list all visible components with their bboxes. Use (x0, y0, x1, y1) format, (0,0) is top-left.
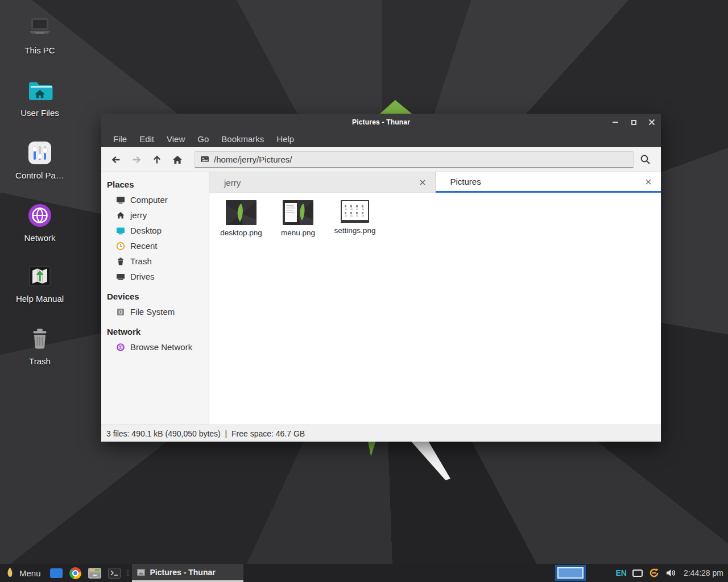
close-icon (420, 180, 425, 185)
desktop-icon-label: Network (6, 233, 74, 243)
menu-bookmarks[interactable]: Bookmarks (215, 131, 270, 147)
close-icon (646, 179, 651, 185)
close-button[interactable] (643, 114, 661, 131)
status-bar: 3 files: 490.1 kB (490,050 bytes) | Free… (101, 425, 661, 442)
sidebar-item-label: Computer (130, 195, 168, 205)
desktop-icon-label: Control Pa… (6, 171, 74, 180)
maximize-button[interactable] (624, 114, 643, 131)
menu-view[interactable]: View (160, 131, 191, 147)
desktop-icon-trash[interactable]: Trash (6, 325, 74, 366)
keyboard-layout-indicator[interactable]: EN (615, 568, 626, 577)
sidebar-header-places: Places (101, 172, 209, 192)
forward-button[interactable] (126, 151, 147, 169)
hard-disk-icon (116, 307, 125, 317)
desktop-icon-label: User Files (6, 108, 74, 118)
file-name: settings.png (326, 226, 383, 235)
desktop-icon-this-pc[interactable]: This PC (6, 14, 74, 55)
file-menu-png[interactable]: menu.png (270, 199, 326, 237)
up-arrow-icon (151, 154, 163, 165)
menu-help[interactable]: Help (270, 131, 300, 147)
workspace-switcher[interactable] (555, 565, 586, 581)
forward-arrow-icon (131, 154, 142, 165)
image-location-icon (200, 155, 209, 164)
sidebar-item-recent[interactable]: Recent (101, 238, 209, 253)
tab-label: jerry (224, 178, 241, 188)
taskbar: Menu Pictures - Thunar EN (0, 564, 728, 582)
show-desktop-launcher[interactable] (47, 564, 66, 582)
menu-file[interactable]: File (107, 131, 133, 147)
distro-logo-icon (5, 567, 15, 579)
tab-jerry[interactable]: jerry (209, 172, 436, 193)
sidebar-item-label: Drives (130, 272, 155, 281)
sidebar-item-label: File System (130, 307, 175, 317)
maximize-icon (631, 120, 636, 125)
minimize-button[interactable] (606, 114, 624, 131)
terminal-launcher[interactable] (105, 564, 124, 582)
file-manager-launcher[interactable] (85, 564, 105, 582)
map-manual-icon (26, 263, 53, 290)
update-manager-icon[interactable] (648, 567, 660, 579)
file-name: desktop.png (213, 228, 270, 237)
trash-icon (116, 257, 125, 266)
sidebar-item-drives[interactable]: Drives (101, 269, 209, 284)
desktop-icon-user-files[interactable]: User Files (6, 77, 74, 118)
path-bar[interactable]: /home/jerry/Pictures/ (195, 151, 634, 168)
up-button[interactable] (147, 151, 167, 169)
tab-close-button[interactable] (417, 177, 428, 188)
tab-pictures[interactable]: Pictures (436, 172, 661, 193)
file-thumbnail (341, 200, 369, 223)
file-thumbnail (226, 200, 257, 225)
search-button[interactable] (634, 151, 656, 169)
refresh-circle-icon (648, 567, 660, 579)
sidebar-item-computer[interactable]: Computer (101, 192, 209, 207)
sidebar-item-browse-network[interactable]: Browse Network (101, 339, 209, 355)
path-text: /home/jerry/Pictures/ (214, 155, 292, 164)
display-tray-icon[interactable] (632, 569, 643, 577)
sidebar-item-file-system[interactable]: File System (101, 304, 209, 319)
sidebar-item-label: Trash (130, 256, 152, 266)
sidebar-item-label: jerry (130, 210, 147, 220)
sidebar-header-network: Network (101, 319, 209, 339)
home-button[interactable] (167, 151, 188, 169)
desktop-icon-control-panel[interactable]: Control Pa… (6, 139, 74, 180)
menu-button-label: Menu (19, 568, 41, 578)
taskbar-separator (125, 570, 131, 576)
file-thumbnail (283, 200, 313, 225)
sidebar-item-trash[interactable]: Trash (101, 253, 209, 269)
volume-icon[interactable] (665, 568, 676, 577)
tab-close-button[interactable] (643, 176, 654, 188)
menu-edit[interactable]: Edit (133, 131, 160, 147)
menu-go[interactable]: Go (191, 131, 215, 147)
laptop-icon (26, 14, 53, 41)
workspace-1[interactable] (557, 567, 584, 579)
minimize-icon (613, 122, 618, 123)
sidebar: Places Computer jerry Desktop (101, 172, 209, 425)
sidebar-item-label: Recent (130, 241, 158, 251)
taskbar-window-label: Pictures - Thunar (150, 568, 216, 577)
terminal-icon (108, 568, 121, 579)
clock[interactable]: 2:44:28 pm (681, 568, 723, 577)
sidebar-item-label: Desktop (130, 226, 162, 235)
desktop-icon-network[interactable]: Network (6, 202, 74, 243)
desktop-icon-label: Help Manual (6, 294, 74, 304)
browser-launcher[interactable] (66, 564, 85, 582)
file-view: jerry Pictures (209, 172, 661, 425)
back-button[interactable] (106, 151, 126, 169)
desktop-icon-label: Trash (6, 356, 74, 366)
network-globe-icon (116, 343, 125, 352)
menu-button[interactable]: Menu (0, 564, 47, 582)
taskbar-window-button[interactable]: Pictures - Thunar (132, 564, 243, 582)
file-desktop-png[interactable]: desktop.png (213, 199, 270, 237)
desktop-icon-help-manual[interactable]: Help Manual (6, 263, 74, 304)
file-settings-png[interactable]: settings.png (326, 199, 383, 235)
window-title: Pictures - Thunar (101, 118, 661, 126)
globe-icon (26, 202, 53, 229)
window-titlebar[interactable]: Pictures - Thunar (101, 114, 661, 131)
sidebar-item-jerry[interactable]: jerry (101, 207, 209, 223)
sidebar-item-desktop[interactable]: Desktop (101, 223, 209, 238)
tab-label: Pictures (450, 177, 481, 186)
toolbar: /home/jerry/Pictures/ (101, 147, 661, 172)
trash-can-icon (26, 325, 53, 352)
back-arrow-icon (110, 154, 122, 165)
sliders-icon (26, 139, 53, 167)
